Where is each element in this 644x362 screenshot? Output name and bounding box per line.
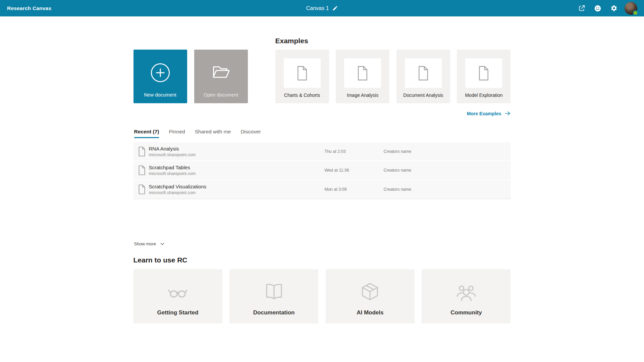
learn-card-community[interactable]: Community (422, 269, 511, 323)
canvas-title: Canvas 1 (306, 5, 329, 11)
new-document-label: New document (144, 92, 176, 98)
open-document-button[interactable]: Open document (194, 50, 248, 103)
more-examples-link[interactable]: More Examples (467, 110, 511, 117)
research-canvas-app: Research Canvas Canvas 1 (0, 0, 644, 362)
document-icon (133, 184, 149, 194)
document-modified: Wed at 11:36 (325, 168, 384, 173)
document-icon (296, 66, 308, 81)
document-row-scratchpad-tables[interactable]: Scratchpad Tables microsoft.sharepoint.c… (133, 161, 511, 180)
document-icon (133, 165, 149, 175)
example-thumbnail (465, 58, 502, 88)
learn-card-getting-started[interactable]: Getting Started (133, 269, 222, 323)
document-title: Scratchpad Tables (149, 164, 325, 171)
document-location: microsoft.sharepoint.com (149, 171, 325, 176)
document-icon (133, 146, 149, 157)
chevron-down-icon (160, 242, 165, 246)
document-row-rna-analysis[interactable]: RNA Analysis microsoft.sharepoint.com Th… (133, 142, 511, 161)
document-location: microsoft.sharepoint.com (149, 190, 325, 195)
document-location: microsoft.sharepoint.com (149, 152, 325, 158)
document-icon (357, 66, 369, 81)
tab-pinned[interactable]: Pinned (169, 129, 185, 138)
plus-circle-icon (150, 50, 171, 92)
presence-available-dot (633, 10, 638, 15)
learn-card-ai-models[interactable]: AI Models (326, 269, 415, 323)
open-book-icon (263, 269, 285, 309)
document-icon (417, 66, 429, 81)
more-examples-row: More Examples (133, 110, 511, 117)
arrow-right-icon (504, 110, 511, 117)
document-row-text: RNA Analysis microsoft.sharepoint.com (149, 145, 325, 158)
learn-heading: Learn to use RC (133, 255, 511, 264)
show-more-label: Show more (134, 241, 156, 246)
top-app-bar: Research Canvas Canvas 1 (0, 0, 644, 16)
show-more-button[interactable]: Show more (133, 241, 165, 246)
feedback-smiley-icon[interactable] (590, 0, 606, 16)
document-row-text: Scratchpad Tables microsoft.sharepoint.c… (149, 164, 325, 176)
examples-section: Examples Charts & Cohorts (275, 36, 511, 103)
document-creator: Creators name (384, 149, 511, 154)
document-tabs: Recent (7) Pinned Shared with me Discove… (133, 129, 511, 138)
pencil-icon[interactable] (332, 5, 338, 11)
document-modified: Mon at 3:09 (325, 187, 384, 192)
more-examples-label: More Examples (467, 111, 501, 116)
learn-card-label: Documentation (253, 309, 295, 316)
document-title: RNA Analysis (149, 145, 325, 152)
learn-card-label: AI Models (357, 309, 383, 316)
cube-icon (360, 269, 380, 309)
tab-recent[interactable]: Recent (7) (134, 129, 159, 138)
main-content: New document Open document Examples (133, 36, 511, 323)
example-card-label: Document Analysis (403, 93, 443, 98)
settings-gear-icon[interactable] (606, 0, 622, 16)
tab-shared-with-me[interactable]: Shared with me (195, 129, 231, 138)
new-document-button[interactable]: New document (133, 50, 187, 103)
people-icon (455, 269, 477, 309)
glasses-icon (167, 269, 189, 309)
document-modified: Thu at 2:03 (325, 149, 384, 154)
topbar-actions (574, 0, 639, 16)
canvas-title-editor[interactable]: Canvas 1 (306, 0, 338, 16)
app-title: Research Canvas (7, 5, 51, 11)
example-cards: Charts & Cohorts Image Analysis (275, 50, 511, 103)
recent-documents-list: RNA Analysis microsoft.sharepoint.com Th… (133, 142, 511, 199)
learn-card-label: Getting Started (157, 309, 199, 316)
example-card-label: Model Exploration (465, 93, 502, 98)
document-row-text: Scratchpad Visualizations microsoft.shar… (149, 183, 325, 195)
document-creator: Creators name (384, 187, 511, 192)
learn-cards: Getting Started Documentation (133, 269, 511, 323)
document-row-scratchpad-visualizations[interactable]: Scratchpad Visualizations microsoft.shar… (133, 180, 511, 199)
example-card-label: Image Analysis (347, 93, 378, 98)
example-card-model-exploration[interactable]: Model Exploration (457, 50, 511, 103)
document-title: Scratchpad Visualizations (149, 183, 325, 190)
document-tiles: New document Open document (133, 50, 248, 103)
example-card-label: Charts & Cohorts (284, 93, 320, 98)
example-card-image-analysis[interactable]: Image Analysis (336, 50, 389, 103)
example-card-charts-cohorts[interactable]: Charts & Cohorts (275, 50, 329, 103)
example-thumbnail (284, 58, 321, 88)
document-creator: Creators name (384, 168, 511, 173)
example-card-document-analysis[interactable]: Document Analysis (396, 50, 450, 103)
example-thumbnail (344, 58, 381, 88)
hero-section: New document Open document Examples (133, 36, 511, 103)
share-icon[interactable] (574, 0, 590, 16)
example-thumbnail (405, 58, 442, 88)
user-avatar[interactable] (625, 2, 637, 15)
learn-card-label: Community (450, 309, 482, 316)
examples-heading: Examples (275, 36, 511, 45)
open-folder-icon (211, 50, 231, 92)
tab-discover[interactable]: Discover (240, 129, 261, 138)
open-document-label: Open document (204, 92, 238, 98)
document-icon (478, 66, 490, 81)
learn-card-documentation[interactable]: Documentation (229, 269, 318, 323)
